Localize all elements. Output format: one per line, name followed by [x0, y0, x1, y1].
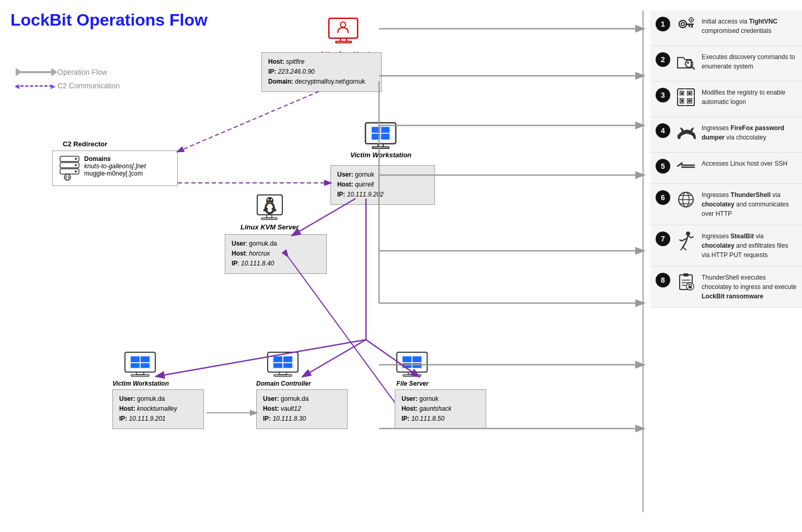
step-8-icon: [675, 273, 696, 295]
svg-line-104: [178, 91, 319, 152]
attacker-ip-line: IP: 223.246.0.90: [268, 67, 375, 77]
step-6-text: Ingresses ThunderShell via chocolatey an…: [702, 190, 797, 218]
svg-rect-58: [691, 25, 693, 28]
svg-point-26: [270, 199, 272, 201]
step-2: 2 Executes discovery commands to enumera…: [650, 46, 802, 82]
step-1-icon: [675, 17, 696, 39]
bottom-dc-label: Domain Controller: [256, 380, 311, 387]
svg-rect-59: [689, 25, 690, 27]
step-4-num: 4: [656, 123, 670, 138]
svg-point-3: [340, 22, 346, 27]
svg-point-56: [681, 22, 684, 26]
svg-rect-93: [689, 286, 692, 288]
attacker-icon: [319, 13, 370, 51]
svg-point-15: [75, 164, 77, 166]
victim-ws-top-container: Victim Workstation: [350, 120, 411, 159]
svg-rect-63: [691, 21, 692, 22]
svg-rect-57: [685, 24, 694, 25]
svg-rect-49: [403, 356, 411, 362]
step-8-num: 8: [656, 273, 670, 287]
step-2-icon: [675, 52, 696, 75]
svg-rect-9: [381, 134, 389, 140]
bottom-fs-label: File Server: [395, 380, 430, 387]
bottom-fs: File Server User: gornuk Host: gauntshac…: [395, 350, 430, 387]
svg-rect-30: [261, 218, 277, 219]
step-5-num: 5: [656, 159, 670, 174]
linux-kvm-container: Linux KVM Server: [240, 192, 299, 231]
c2-box: Domains knuts-to-galleons[.]net muggle-m…: [52, 151, 178, 186]
svg-rect-54: [403, 375, 421, 376]
svg-rect-44: [283, 363, 292, 368]
step-3-icon: [675, 88, 696, 110]
step-1-text: Initial access via TightVNC compromised …: [702, 17, 797, 36]
step-4-icon: [675, 123, 696, 146]
step-8-text: ThunderShell executes chocolatey to ingr…: [702, 273, 797, 301]
step-7-icon: [675, 232, 696, 254]
c2-domains-label: Domains: [84, 155, 146, 163]
svg-line-109: [303, 340, 366, 376]
step-5-icon: [675, 159, 696, 177]
step-5: 5 Accesses Linux host over SSH: [650, 153, 802, 184]
server-icon: [59, 155, 80, 181]
svg-rect-65: [693, 19, 694, 21]
bottom-dc-icon: [266, 350, 301, 379]
svg-point-17: [75, 170, 77, 172]
bottom-dc-data: User: gornuk.da Host: vault12 IP: 10.111…: [256, 389, 348, 429]
step-1-num: 1: [656, 17, 670, 31]
right-panel: 1 Initial access vi: [650, 10, 802, 308]
step-3-num: 3: [656, 88, 670, 102]
step-6-icon: [675, 190, 696, 213]
svg-rect-52: [413, 363, 421, 368]
svg-rect-11: [372, 147, 389, 148]
attacker-domain-line: Domain: decryptmalfoy.net\gornuk: [268, 77, 375, 87]
svg-rect-6: [372, 127, 380, 133]
legend-operation-flow-label: Operation Flow: [58, 68, 107, 76]
svg-rect-2: [336, 41, 351, 43]
legend: Operation Flow ◀ ▶ C2 Communication: [16, 68, 120, 90]
attacker-host-container: Attacker Host: [319, 13, 370, 59]
legend-c2-comm: ◀ ▶ C2 Communication: [16, 82, 120, 90]
c2-domain1: knuts-to-galleons[.]net: [84, 163, 146, 170]
victim-ws-top-label: Victim Workstation: [350, 151, 411, 159]
legend-c2-comm-label: C2 Communication: [58, 82, 120, 90]
svg-point-55: [679, 20, 686, 28]
svg-rect-38: [131, 375, 149, 376]
svg-rect-88: [683, 273, 689, 276]
step-6-num: 6: [656, 190, 670, 205]
bottom-victim-ws-icon: [123, 350, 158, 379]
step-7-text: Ingresses StealBit via chocolatey and ex…: [702, 232, 797, 260]
step-5-text: Accesses Linux host over SSH: [702, 159, 787, 168]
svg-rect-51: [403, 363, 411, 368]
bottom-fs-data: User: gornuk Host: gauntshack IP: 10.111…: [395, 389, 486, 429]
step-4: 4 Ingresses FireFox password dumper via …: [650, 117, 802, 153]
svg-line-67: [692, 66, 694, 69]
svg-point-25: [267, 199, 269, 201]
bottom-victim-ws-label: Victim Workstation: [112, 380, 169, 387]
svg-rect-46: [274, 375, 292, 376]
svg-rect-35: [131, 363, 140, 368]
svg-rect-62: [691, 17, 692, 18]
linux-data: User: gornuk.da Host: horcrux IP: 10.111…: [225, 234, 327, 274]
svg-rect-34: [141, 356, 150, 362]
svg-rect-42: [283, 356, 292, 362]
svg-rect-43: [273, 363, 282, 368]
step-7: 7 Ingresses StealBit via chocolatey and …: [650, 225, 802, 267]
bottom-victim-ws-data: User: gornuk.da Host: knockturnalley IP:…: [112, 389, 204, 429]
bottom-fs-icon: [395, 350, 430, 379]
svg-rect-36: [141, 363, 150, 368]
svg-point-68: [687, 62, 689, 64]
legend-operation-flow: Operation Flow: [16, 68, 120, 76]
step-3-text: Modifies the registry to enable automati…: [702, 88, 797, 107]
step-3: 3 Modifies the regi: [650, 82, 802, 117]
step-2-num: 2: [656, 52, 670, 67]
step-8: 8 ThunderShell executes chocolatey to in…: [650, 267, 802, 308]
svg-rect-50: [413, 356, 421, 362]
step-4-text: Ingresses FireFox password dumper via ch…: [702, 123, 797, 142]
victim-ws-top-icon: [363, 120, 399, 151]
linux-icon: [252, 192, 288, 223]
bottom-dc: Domain Controller User: gornuk.da Host: …: [256, 350, 311, 387]
svg-rect-8: [372, 134, 380, 140]
linux-label: Linux KVM Server: [240, 223, 299, 231]
c2-label: C2 Redirector: [63, 140, 107, 148]
bottom-victim-ws: Victim Workstation User: gornuk.da Host:…: [112, 350, 169, 387]
